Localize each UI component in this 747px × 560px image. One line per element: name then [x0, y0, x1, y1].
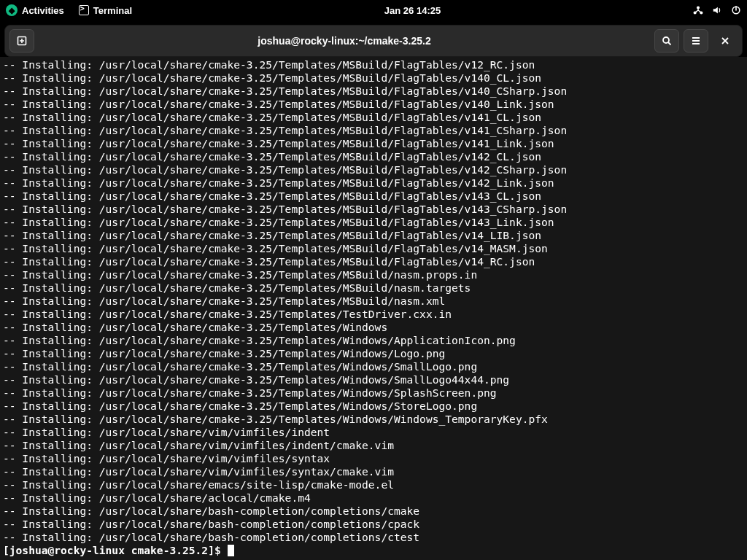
clock[interactable]: Jan 26 14:25: [384, 5, 441, 16]
gnome-topbar: ◆ Activities Terminal Jan 26 14:25: [0, 0, 747, 20]
cursor: [228, 545, 234, 556]
terminal-output[interactable]: -- Installing: /usr/local/share/cmake-3.…: [0, 57, 747, 560]
search-button[interactable]: [654, 29, 679, 52]
terminal-icon: [79, 5, 89, 15]
power-icon[interactable]: [731, 5, 741, 15]
hamburger-menu-button[interactable]: [684, 29, 708, 52]
distro-logo-icon: ◆: [6, 4, 18, 16]
shell-prompt: [joshua@rocky-linux cmake-3.25.2]$: [3, 544, 228, 556]
activities-label: Activities: [22, 5, 64, 16]
activities-button[interactable]: ◆ Activities: [6, 4, 64, 16]
app-menu[interactable]: Terminal: [79, 5, 132, 16]
network-icon[interactable]: [693, 5, 703, 15]
window-title: joshua@rocky-linux:~/cmake-3.25.2: [39, 35, 650, 47]
new-tab-button[interactable]: [9, 29, 34, 52]
window-close-button[interactable]: [713, 29, 738, 52]
svg-point-5: [663, 37, 669, 43]
window-headerbar: joshua@rocky-linux:~/cmake-3.25.2: [4, 25, 743, 57]
app-menu-label: Terminal: [93, 5, 132, 16]
volume-icon[interactable]: [712, 5, 722, 15]
